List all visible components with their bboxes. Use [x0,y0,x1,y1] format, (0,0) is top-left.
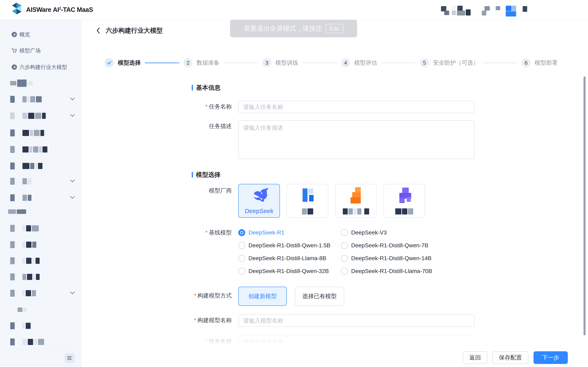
base-model-option-4[interactable]: DeepSeek-R1-Distill-Llama-8B [238,255,341,262]
radio-icon [341,242,348,249]
save-config-button[interactable]: 保存配置 [493,351,528,364]
redacted-block [28,195,31,201]
step-circle-3[interactable]: 3 [262,58,271,67]
redacted-block [26,258,31,264]
sidebar-item-redacted[interactable] [10,112,78,120]
redacted-icon[interactable] [512,6,516,11]
compass-icon [11,31,17,38]
brand-text: AISWare AI2-TAC MaaS [26,6,93,13]
collapse-sidebar-button[interactable] [65,353,74,363]
base-model-option-0[interactable]: DeepSeek-R1 [238,229,341,236]
chevron-down-icon[interactable] [70,196,75,200]
logo-block [351,197,361,203]
base-model-option-2[interactable]: DeepSeek-R1-Distill-Qwen-1.5B [238,242,341,249]
sidebar-item-redacted[interactable] [10,146,78,153]
sidebar-item-redacted[interactable] [10,162,78,170]
build-mode-select-existing-button[interactable]: 选择已有模型 [295,287,344,306]
logo-block [399,198,405,203]
sidebar-item-redacted[interactable] [10,241,78,249]
sidebar-item-icon-redacted [10,162,15,169]
step-circle-5[interactable]: 5 [420,58,429,67]
compass-icon [11,64,17,70]
step-circle-2[interactable]: 2 [183,58,192,67]
sidebar-item-redacted[interactable] [10,129,78,137]
chevron-down-icon[interactable] [70,98,75,101]
redacted-block [22,163,29,169]
back-button[interactable] [96,26,104,35]
sidebar-item-redacted[interactable] [10,177,78,185]
redacted-block [22,113,27,119]
redacted-block [30,130,33,136]
stepper: 模型选择2数据准备3模型训练4模型评估5安全防护（可选）6模型部署 [105,58,558,67]
step-circle-4[interactable]: 4 [341,58,350,67]
vertical-scrollbar[interactable] [584,76,586,335]
sidebar-group-label-redacted [17,306,78,314]
base-model-option-6[interactable]: DeepSeek-R1-Distill-Qwen-32B [238,268,341,275]
chevron-down-icon[interactable] [70,114,75,118]
sidebar-item-redacted[interactable] [10,194,78,202]
sidebar-item-redacted[interactable] [10,273,78,281]
redacted-icon[interactable] [506,6,511,11]
sidebar-item-redacted[interactable] [10,322,78,330]
vendor-card-deepseek[interactable]: DeepSeek [238,184,280,218]
sidebar-item-redacted[interactable] [10,338,78,346]
task-desc-textarea[interactable] [238,120,475,159]
redacted-icon[interactable] [452,6,456,11]
version-name-input[interactable] [238,336,475,348]
vendor-card-redacted-1[interactable] [287,184,328,218]
step-label: 数据准备 [197,59,219,67]
vendor-card-redacted-2[interactable] [335,184,377,218]
sidebar-item-redacted[interactable] [10,225,78,232]
redacted-icon[interactable] [452,11,456,15]
chevron-left-icon [96,27,100,34]
step-circle-6[interactable]: 6 [522,58,531,67]
base-model-option-1[interactable]: DeepSeek-V3 [341,229,432,236]
redacted-block [22,258,25,264]
chevron-down-icon[interactable] [70,179,75,183]
radio-label: DeepSeek-R1-Distill-Llama-8B [249,255,326,262]
vendor-card-redacted-3[interactable] [383,184,425,218]
redacted-icon[interactable] [466,9,471,16]
vendor-label: 模型厂商 [82,187,232,195]
redacted-icon[interactable] [457,11,465,16]
step-connector [145,63,180,63]
task-desc-label: 任务描述 [82,122,232,130]
sidebar-item-icon-redacted [10,225,15,232]
sidebar-item-redacted[interactable] [10,289,78,297]
sidebar-item-overview[interactable]: 概览 [0,30,82,39]
redacted-icon[interactable] [484,6,490,11]
chevron-down-icon[interactable] [70,291,75,295]
build-mode-create-new-button[interactable]: 创建新模型 [238,287,287,306]
base-model-option-5[interactable]: DeepSeek-R1-Distill-Qwen-14B [341,255,432,262]
redacted-icon[interactable] [496,6,500,10]
section-accent-bar [192,172,193,178]
toast-text: 若要退出全屏模式，请按住 [244,24,322,33]
model-name-input[interactable] [238,314,475,327]
redacted-block [22,242,25,248]
base-model-option-3[interactable]: DeepSeek-R1-Distill-Qwen-7B [341,242,432,249]
redacted-block [28,339,33,345]
redacted-icon[interactable] [523,6,527,12]
sidebar-item-model-plaza[interactable]: 模型广场 [0,46,82,55]
redacted-block [38,339,44,345]
sidebar-divider [5,348,77,349]
return-button[interactable]: 返回 [463,351,487,364]
sidebar-item-redacted[interactable] [10,95,78,103]
main-content: 模型选择2数据准备3模型训练4模型评估5安全防护（可选）6模型部署 基本信息 *… [82,42,588,367]
radio-label: DeepSeek-R1 [249,229,285,236]
sidebar-item-icon-redacted [10,146,15,153]
step-circle-1[interactable] [105,58,114,67]
redacted-icon[interactable] [482,11,486,16]
redacted-icon[interactable] [444,11,449,15]
sidebar-item-six-step-build[interactable]: 六步构建行业大模型 [0,63,82,72]
base-model-option-7[interactable]: DeepSeek-R1-Distill-Llama-70B [341,268,432,275]
next-step-button[interactable]: 下一步 [534,351,568,364]
redacted-block [22,290,25,296]
task-name-input[interactable] [238,101,475,113]
sidebar-item-redacted[interactable] [10,257,78,265]
step-label: 模型训练 [276,59,298,67]
redacted-block [36,96,42,102]
redacted-block [10,81,16,85]
redacted-block [17,308,22,312]
redacted-icon[interactable] [506,11,516,17]
